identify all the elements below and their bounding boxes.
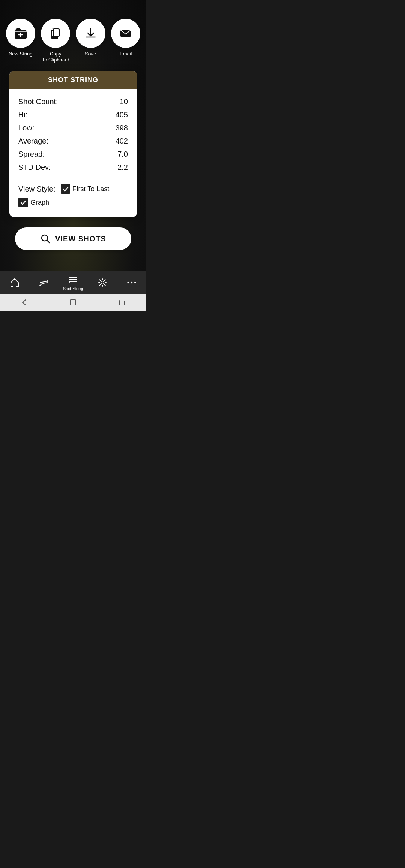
save-button[interactable]: Save <box>76 19 106 57</box>
folder-plus-icon <box>14 27 27 40</box>
email-icon-circle <box>111 19 140 48</box>
nav-scope[interactable] <box>31 277 57 288</box>
average-value: 402 <box>116 137 128 145</box>
low-label: Low: <box>18 124 34 132</box>
card-body: Shot Count: 10 Hi: 405 Low: 398 Average:… <box>9 89 137 217</box>
shot-count-label: Shot Count: <box>18 97 58 106</box>
home-icon <box>9 277 20 288</box>
home-button[interactable] <box>69 298 77 307</box>
svg-point-21 <box>69 279 70 280</box>
spread-value: 7.0 <box>117 150 128 159</box>
copy-icon-circle <box>41 19 70 48</box>
action-buttons-row: New String Copy To Clipboard <box>0 10 146 69</box>
graph-label: Graph <box>30 199 49 207</box>
svg-point-20 <box>69 277 70 278</box>
nav-settings[interactable] <box>89 277 116 288</box>
stat-std-dev: STD Dev: 2.2 <box>18 161 128 174</box>
shot-string-card: SHOT STRING Shot Count: 10 Hi: 405 Low: … <box>9 71 137 217</box>
back-button[interactable] <box>20 298 28 307</box>
stat-hi: Hi: 405 <box>18 108 128 121</box>
new-string-icon-circle <box>6 19 35 48</box>
svg-point-24 <box>127 282 129 284</box>
svg-point-22 <box>69 281 70 283</box>
svg-line-12 <box>47 240 50 243</box>
view-shots-text: VIEW SHOTS <box>55 235 106 243</box>
first-to-last-label: First To Last <box>73 185 110 193</box>
hi-label: Hi: <box>18 111 27 119</box>
settings-icon <box>97 277 108 288</box>
checkmark-icon <box>62 186 69 192</box>
save-label: Save <box>85 51 96 57</box>
low-value: 398 <box>116 124 128 132</box>
main-content: New String Copy To Clipboard <box>0 10 146 271</box>
svg-rect-9 <box>53 29 59 36</box>
spread-label: Spread: <box>18 150 45 159</box>
download-icon <box>84 27 98 40</box>
back-icon <box>20 298 28 307</box>
stat-shot-count: Shot Count: 10 <box>18 95 128 108</box>
save-icon-circle <box>76 19 105 48</box>
svg-rect-27 <box>70 300 76 305</box>
graph-checkmark-icon <box>20 199 27 206</box>
svg-line-13 <box>40 281 48 283</box>
search-icon <box>40 233 51 244</box>
svg-line-16 <box>40 284 42 286</box>
email-label: Email <box>120 51 132 57</box>
svg-point-26 <box>134 282 136 284</box>
new-string-button[interactable]: New String <box>6 19 36 57</box>
first-to-last-checkbox[interactable]: First To Last <box>61 184 110 194</box>
card-header: SHOT STRING <box>9 71 137 89</box>
first-to-last-checkbox-box <box>61 184 70 194</box>
home-nav-icon <box>69 298 77 307</box>
graph-checkbox-box <box>18 198 28 207</box>
std-dev-value: 2.2 <box>117 163 128 172</box>
stat-spread: Spread: 7.0 <box>18 148 128 161</box>
view-shots-button[interactable]: VIEW SHOTS <box>15 227 131 250</box>
std-dev-label: STD Dev: <box>18 163 51 172</box>
nav-shot-string[interactable]: Shot String <box>60 274 86 291</box>
email-icon <box>119 27 132 40</box>
svg-point-25 <box>131 282 133 284</box>
recents-icon <box>118 298 126 307</box>
hi-value: 405 <box>116 111 128 119</box>
copy-icon <box>49 27 62 40</box>
graph-checkbox[interactable]: Graph <box>18 198 49 207</box>
view-style-label: View Style: <box>18 185 56 193</box>
recents-button[interactable] <box>118 298 126 307</box>
email-button[interactable]: Email <box>111 19 141 57</box>
nav-shot-string-label: Shot String <box>63 286 83 291</box>
stat-average: Average: 402 <box>18 135 128 148</box>
svg-point-23 <box>101 281 104 284</box>
bottom-nav: Shot String <box>0 271 146 294</box>
shot-count-value: 10 <box>120 97 128 106</box>
list-icon <box>68 274 78 285</box>
view-style-row: View Style: First To Last G <box>18 182 128 210</box>
average-label: Average: <box>18 137 48 145</box>
copy-clipboard-button[interactable]: Copy To Clipboard <box>40 19 70 63</box>
new-string-label: New String <box>9 51 33 57</box>
android-nav-bar <box>0 294 146 311</box>
more-icon <box>126 277 137 288</box>
stat-low: Low: 398 <box>18 121 128 135</box>
card-divider <box>18 178 128 178</box>
nav-home[interactable] <box>2 277 28 288</box>
scope-icon <box>39 277 49 288</box>
card-title: SHOT STRING <box>48 76 98 84</box>
copy-clipboard-label: Copy To Clipboard <box>42 51 69 63</box>
nav-more[interactable] <box>118 277 145 288</box>
